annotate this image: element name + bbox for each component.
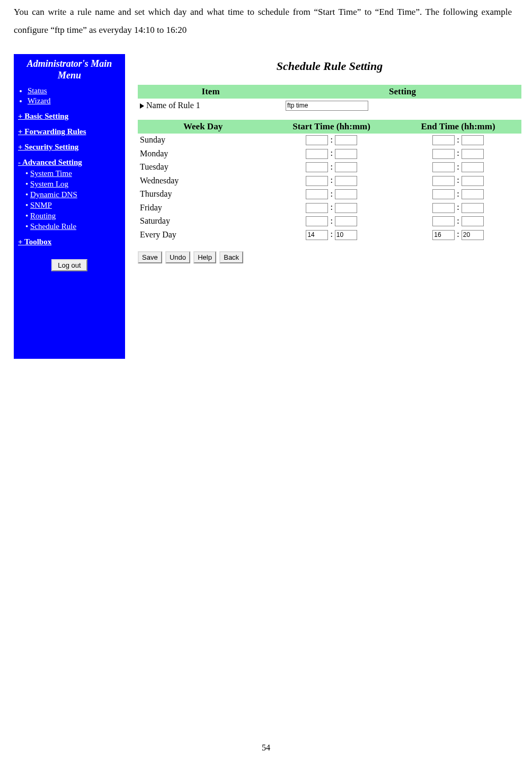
end-min-input[interactable] xyxy=(462,176,484,186)
sidebar-item-system-log[interactable]: System Log xyxy=(25,180,121,189)
start-time-cell: : xyxy=(268,215,395,228)
table-row: Sunday : : xyxy=(138,134,521,147)
sidebar-item-label: System Log xyxy=(30,180,68,188)
rule-name-input[interactable] xyxy=(286,101,368,111)
sidebar-item-label: Routing xyxy=(30,211,56,220)
start-min-input[interactable] xyxy=(335,203,357,213)
end-time-cell: : xyxy=(395,147,521,161)
page-title: Schedule Rule Setting xyxy=(138,59,521,73)
start-min-input[interactable] xyxy=(335,230,357,240)
weekday-cell: Monday xyxy=(138,147,268,161)
undo-button[interactable]: Undo xyxy=(165,251,190,263)
sidebar-section-forwarding[interactable]: + Forwarding Rules xyxy=(18,127,121,136)
table-row: Saturday : : xyxy=(138,215,521,228)
main-panel: Schedule Rule Setting Item Setting Name … xyxy=(125,54,521,263)
end-hour-input[interactable] xyxy=(432,149,455,159)
start-time-cell: : xyxy=(268,174,395,188)
sidebar-item-system-time[interactable]: System Time xyxy=(25,169,121,178)
sidebar-item-snmp[interactable]: SNMP xyxy=(25,201,121,210)
start-min-input[interactable] xyxy=(335,216,357,226)
table-row: Monday : : xyxy=(138,147,521,161)
sidebar: Administrator's Main Menu Status Wizard … xyxy=(14,54,125,359)
screenshot: Administrator's Main Menu Status Wizard … xyxy=(14,54,521,359)
weekday-cell: Sunday xyxy=(138,134,268,147)
sidebar-item-schedule-rule[interactable]: Schedule Rule xyxy=(25,222,121,231)
sidebar-advanced-list: System Time System Log Dynamic DNS SNMP … xyxy=(18,169,121,231)
start-time-cell: : xyxy=(268,188,395,201)
sidebar-item-label: Dynamic DNS xyxy=(30,190,77,199)
end-hour-input[interactable] xyxy=(432,216,455,226)
end-hour-input[interactable] xyxy=(432,203,455,213)
sidebar-title-line2: Menu xyxy=(58,70,81,81)
sidebar-item-routing[interactable]: Routing xyxy=(25,211,121,220)
end-time-header: End Time (hh:mm) xyxy=(395,120,521,134)
end-min-input[interactable] xyxy=(462,135,484,145)
logout-button[interactable]: Log out xyxy=(51,259,87,271)
start-hour-input[interactable] xyxy=(306,189,328,199)
end-time-cell: : xyxy=(395,134,521,147)
button-row: Save Undo Help Back xyxy=(138,251,521,263)
weekday-cell: Wednesday xyxy=(138,174,268,188)
start-hour-input[interactable] xyxy=(306,216,328,226)
start-hour-input[interactable] xyxy=(306,230,328,240)
weekday-cell: Tuesday xyxy=(138,161,268,174)
sidebar-item-wizard[interactable]: Wizard xyxy=(28,96,121,105)
help-button[interactable]: Help xyxy=(193,251,216,263)
start-min-input[interactable] xyxy=(335,189,357,199)
rule-name-label-cell: Name of Rule 1 xyxy=(138,99,283,112)
sidebar-item-dynamic-dns[interactable]: Dynamic DNS xyxy=(25,190,121,199)
start-min-input[interactable] xyxy=(335,149,357,159)
weekday-cell: Thursday xyxy=(138,188,268,201)
sidebar-item-label: SNMP xyxy=(30,201,52,209)
start-time-cell: : xyxy=(268,147,395,161)
table-row: Thursday : : xyxy=(138,188,521,201)
sidebar-section-basic[interactable]: + Basic Setting xyxy=(18,112,121,121)
start-hour-input[interactable] xyxy=(306,135,328,145)
end-min-input[interactable] xyxy=(462,203,484,213)
start-time-cell: : xyxy=(268,228,395,242)
sidebar-item-status[interactable]: Status xyxy=(28,86,121,95)
end-hour-input[interactable] xyxy=(432,135,455,145)
start-hour-input[interactable] xyxy=(306,149,328,159)
weekday-cell: Friday xyxy=(138,201,268,215)
sidebar-item-label: Schedule Rule xyxy=(30,222,76,231)
weekday-cell: Every Day xyxy=(138,228,268,242)
end-hour-input[interactable] xyxy=(432,189,455,199)
rule-name-label: Name of Rule 1 xyxy=(146,101,200,110)
back-button[interactable]: Back xyxy=(219,251,243,263)
sidebar-section-advanced[interactable]: - Advanced Setting xyxy=(18,158,121,167)
end-hour-input[interactable] xyxy=(432,230,455,240)
end-min-input[interactable] xyxy=(462,216,484,226)
rule-id-table: Item Setting Name of Rule 1 xyxy=(138,85,521,112)
save-button[interactable]: Save xyxy=(138,251,162,263)
start-min-input[interactable] xyxy=(335,135,357,145)
end-hour-input[interactable] xyxy=(432,162,455,172)
sidebar-section-toolbox[interactable]: + Toolbox xyxy=(18,237,121,246)
table-row: Friday : : xyxy=(138,201,521,215)
end-hour-input[interactable] xyxy=(432,176,455,186)
end-time-cell: : xyxy=(395,188,521,201)
end-min-input[interactable] xyxy=(462,189,484,199)
table-row: Wednesday : : xyxy=(138,174,521,188)
setting-header: Setting xyxy=(283,85,521,99)
start-time-cell: : xyxy=(268,161,395,174)
start-hour-input[interactable] xyxy=(306,203,328,213)
end-min-input[interactable] xyxy=(462,149,484,159)
start-min-input[interactable] xyxy=(335,176,357,186)
item-header: Item xyxy=(138,85,283,99)
end-min-input[interactable] xyxy=(462,162,484,172)
start-hour-input[interactable] xyxy=(306,176,328,186)
rule-name-value-cell xyxy=(283,99,521,112)
start-hour-input[interactable] xyxy=(306,162,328,172)
start-time-header: Start Time (hh:mm) xyxy=(268,120,395,134)
end-min-input[interactable] xyxy=(462,230,484,240)
end-time-cell: : xyxy=(395,201,521,215)
weekday-header: Week Day xyxy=(138,120,268,134)
sidebar-section-security[interactable]: + Security Setting xyxy=(18,143,121,152)
end-time-cell: : xyxy=(395,161,521,174)
start-time-cell: : xyxy=(268,201,395,215)
end-time-cell: : xyxy=(395,228,521,242)
start-min-input[interactable] xyxy=(335,162,357,172)
page-number: 54 xyxy=(0,743,532,753)
sidebar-item-label: System Time xyxy=(30,169,72,178)
